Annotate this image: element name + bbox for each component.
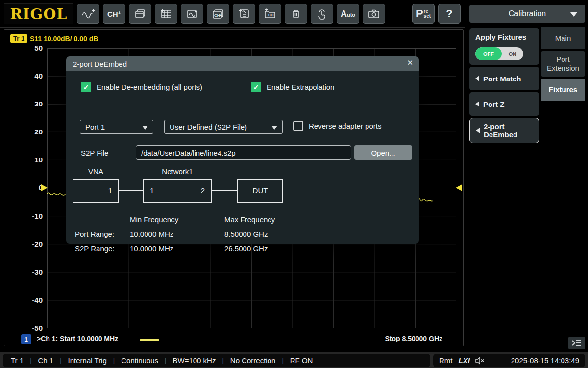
remote-indicator: Rmt [439,356,453,365]
svg-text:CH+: CH+ [214,13,222,18]
arrow-left-icon [475,101,479,107]
s2p-file-input[interactable] [136,145,351,160]
y-tick: 0 [20,184,43,192]
toggle-on-option[interactable]: ON [502,47,523,60]
status-trigger: Internal Trig [68,356,107,365]
screenshot-button[interactable] [363,4,385,24]
dialog-body: ✓ Enable De-embedding (all ports) ✓ Enab… [66,71,419,244]
save-channel-button[interactable]: CH [259,4,281,24]
delete-button[interactable] [285,4,307,24]
trace-info: S11 10.00dB/ 0.00 dB [30,35,98,43]
connector-line [212,190,237,191]
apply-fixtures-label: Apply Fixtures [475,33,526,41]
help-button[interactable]: ? [438,4,461,24]
stacked-windows-icon [134,8,146,19]
y-tick: 10 [20,156,43,164]
sidebar: Calibration Apply Fixtures OFF ON Port M… [466,0,588,368]
status-trace: Tr 1 [11,356,24,365]
window-layout-button[interactable] [129,4,151,24]
max-frequency-header: Max Frequency [224,215,275,224]
close-icon[interactable]: ✕ [407,58,413,67]
sidebar-item-port-match[interactable]: Port Match [469,67,539,90]
channel-plus-icon: CH+ [107,10,121,18]
port-range-min: 10.0000 MHz [130,230,173,238]
preset-label: P [416,9,423,18]
tab-main[interactable]: Main [541,27,585,49]
status-bandwidth: BW=100 kHz [172,356,216,365]
port-range-label: Port Range: [75,230,114,238]
speaker-muted-icon[interactable] [475,357,485,365]
add-trace-button[interactable] [77,4,99,24]
status-bar: Tr 1| Ch 1| Internal Trig| Continuous| B… [0,352,588,368]
channel-window-icon: CH+ [211,8,225,19]
sidebar-item-port-z[interactable]: Port Z [469,92,539,116]
preset-button[interactable]: P reset [412,4,435,24]
dut-box: DUT [237,179,283,203]
y-tick: 20 [20,128,43,136]
apply-fixtures-toggle[interactable]: OFF ON [475,47,523,60]
enable-extrapolation-label: Enable Extrapolation [267,83,334,91]
tab-fixtures[interactable]: Fixtures [541,79,585,101]
open-file-button[interactable]: Open... [354,145,412,160]
question-icon: ? [446,7,452,20]
connector-line [119,190,143,191]
arrow-left-icon [475,76,479,81]
y-tick: 50 [20,44,43,52]
datetime: 2025-08-15 14:03:49 [511,356,579,365]
chevron-down-icon [271,126,277,130]
type-select[interactable]: User Defined (S2P File) [164,120,283,134]
auto-scale-button[interactable]: Auto [337,4,359,24]
y-tick: -40 [20,296,43,304]
top-toolbar: RIGOL CH+ [0,0,466,28]
enable-deembed-label: Enable De-embedding (all ports) [97,83,202,91]
status-correction: No Correction [230,356,276,365]
trace-color-dash [140,339,159,341]
table-plus-icon [160,8,172,19]
chevron-down-icon [570,12,577,17]
screen: RIGOL CH+ [0,0,588,368]
s2p-file-label: S2P File [81,149,108,157]
status-sweep: Continuous [121,356,158,365]
status-rf: RF ON [290,356,313,365]
network1-box: 1 2 [143,179,212,203]
enable-extrapolation-checkbox[interactable]: ✓ [251,82,261,92]
prompt-icon [571,339,582,347]
port-select[interactable]: Port 1 [80,120,153,134]
check-icon: ✓ [253,83,259,91]
channel-badge[interactable]: 1 [21,334,31,344]
measurement-setup-button[interactable] [233,4,255,24]
y-tick: 30 [20,100,43,108]
check-icon: ✓ [83,83,89,91]
add-channel-button[interactable]: CH+ [103,4,125,24]
touch-button[interactable] [311,4,333,24]
new-channel-window-button[interactable]: CH+ [207,4,229,24]
dialog-title-bar[interactable]: 2-port DeEmbed ✕ [66,56,419,71]
trace-window-icon [186,8,198,19]
new-table-button[interactable] [155,4,177,24]
stop-frequency-label: Stop 8.50000 GHz [385,335,443,342]
s2p-range-max: 26.5000 GHz [224,244,268,253]
trace-badge[interactable]: Tr 1 [10,34,27,43]
s2p-range-label: S2P Range: [75,244,115,253]
tab-port-extension[interactable]: Port Extension [541,51,585,77]
reference-marker-left-icon [41,184,48,191]
y-tick: 40 [20,72,43,80]
folder-ch-icon: CH [263,8,277,19]
toggle-off-option[interactable]: OFF [475,47,502,60]
status-right-panel: Rmt LXI 2025-08-15 14:03:49 [433,354,585,367]
lxi-logo: LXI [459,356,470,365]
enable-deembed-checkbox[interactable]: ✓ [81,82,91,92]
new-trace-window-button[interactable] [181,4,203,24]
port-range-max: 8.50000 GHz [224,230,268,238]
reference-marker-right-icon [456,184,462,191]
status-left-panel: Tr 1| Ch 1| Internal Trig| Continuous| B… [3,354,430,367]
clipboard-trace-icon [238,8,250,19]
reverse-adapter-label: Reverse adapter ports [309,122,381,130]
chevron-down-icon [142,126,148,130]
sidebar-item-2-port-deembed[interactable]: 2-port DeEmbed [469,118,539,143]
reverse-adapter-checkbox[interactable] [293,121,303,131]
console-button[interactable] [568,337,585,349]
svg-text:CH: CH [268,13,274,17]
menu-header-dropdown[interactable]: Calibration [469,5,585,23]
dialog-title: 2-port DeEmbed [73,60,127,68]
